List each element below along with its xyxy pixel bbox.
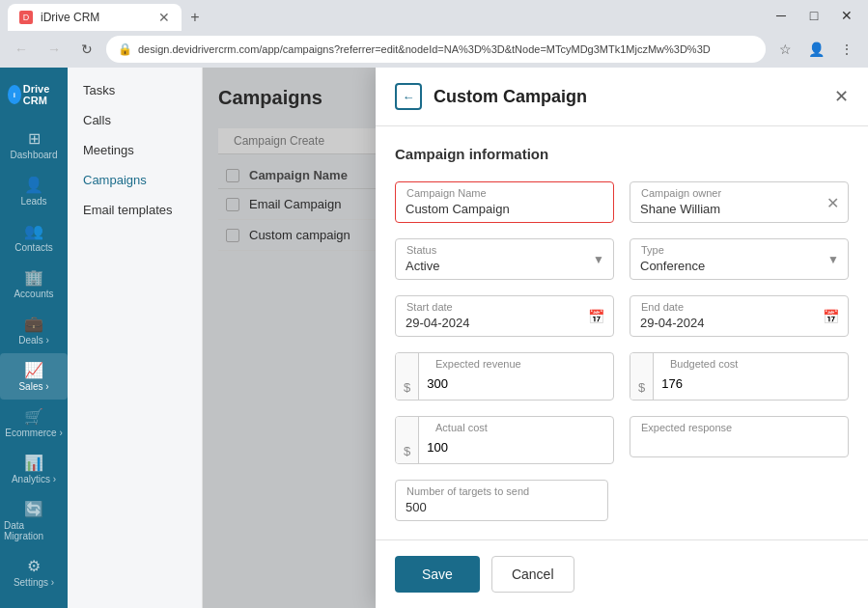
- address-bar[interactable]: 🔒 design.devidrivercrm.com/app/campaigns…: [106, 36, 766, 63]
- budgeted-cost-field: Budgeted cost $: [630, 352, 849, 401]
- sidebar-item-data-migration[interactable]: 🔄 Data Migration: [0, 492, 68, 549]
- start-date-calendar-icon[interactable]: 📅: [588, 309, 604, 324]
- sidebar-item-accounts[interactable]: 🏢 Accounts: [0, 261, 68, 307]
- form-row-status-type: Status Active Inactive Planned Complete …: [395, 238, 849, 280]
- sidebar-label-sales: Sales ›: [18, 381, 48, 392]
- leads-icon: 👤: [24, 176, 43, 194]
- modal-footer: Save Cancel: [376, 539, 868, 608]
- form-row-dates: Start date 📅 End date 📅: [395, 295, 849, 337]
- window-controls: ─ □ ✕: [768, 2, 860, 29]
- tab-close-icon[interactable]: ✕: [158, 10, 170, 25]
- type-field: Type Conference Webinar Email Banner Ads…: [630, 238, 849, 280]
- expected-revenue-label: Expected revenue: [434, 358, 523, 370]
- sidebar-label-ecommerce: Ecommerce ›: [5, 428, 62, 438]
- actual-cost-field: Actual cost $: [395, 416, 614, 464]
- lock-icon: 🔒: [118, 42, 132, 56]
- modal-close-button[interactable]: ✕: [834, 86, 849, 107]
- sidebar-label-contacts: Contacts: [14, 242, 52, 253]
- ecommerce-icon: 🛒: [24, 407, 43, 426]
- modal-back-button[interactable]: ←: [395, 83, 422, 110]
- campaign-info-section-title: Campaign information: [395, 146, 849, 162]
- new-tab-button[interactable]: +: [182, 4, 209, 31]
- expected-revenue-prefix: $: [396, 352, 419, 401]
- form-row-actual-response: Actual cost $ Expected response: [395, 416, 849, 464]
- sidebar-item-contacts[interactable]: 👥 Contacts: [0, 214, 68, 261]
- browser-chrome: D iDrive CRM ✕ + ─ □ ✕ ← → ↻ 🔒 design.de…: [0, 0, 868, 68]
- sidebar-item-meetings[interactable]: Meetings: [68, 135, 202, 165]
- browser-titlebar: D iDrive CRM ✕ + ─ □ ✕: [0, 0, 868, 31]
- modal-body: Campaign information Campaign Name Campa…: [376, 126, 868, 539]
- actual-cost-input-wrapper: $: [395, 416, 614, 464]
- url-display: design.devidrivercrm.com/app/campaigns?r…: [138, 43, 754, 55]
- sidebar-item-settings[interactable]: ⚙ Settings ›: [0, 549, 68, 595]
- sidebar-item-email-templates[interactable]: Email templates: [68, 195, 202, 225]
- campaign-owner-label: Campaign owner: [639, 187, 723, 199]
- sidebar-label-deals: Deals ›: [18, 335, 49, 345]
- sidebar-item-deals[interactable]: 💼 Deals ›: [0, 307, 68, 353]
- forward-button[interactable]: →: [41, 36, 68, 63]
- logo-icon: i: [8, 85, 21, 104]
- logo-brand-text: Drive CRM: [23, 83, 60, 106]
- budgeted-cost-prefix: $: [630, 352, 654, 401]
- save-button[interactable]: Save: [395, 556, 480, 593]
- sidebar-item-calls[interactable]: Calls: [68, 105, 202, 135]
- contacts-icon: 👥: [24, 222, 43, 240]
- bookmark-icon[interactable]: ☆: [771, 36, 798, 63]
- budgeted-cost-label: Budgeted cost: [668, 358, 740, 370]
- clear-owner-icon[interactable]: ✕: [826, 193, 839, 211]
- data-migration-icon: 🔄: [24, 500, 43, 518]
- tab-favicon: D: [19, 11, 33, 24]
- sidebar-item-sales[interactable]: 📈 Sales ›: [0, 353, 68, 400]
- deals-icon: 💼: [24, 315, 43, 333]
- campaign-name-label: Campaign Name: [405, 187, 489, 199]
- status-label: Status: [405, 244, 438, 256]
- end-date-field: End date 📅: [630, 295, 849, 337]
- campaign-owner-field: Campaign owner ✕: [630, 181, 849, 223]
- sidebar-label-dashboard: Dashboard: [11, 150, 58, 160]
- sidebar-item-dashboard[interactable]: ⊞ Dashboard: [0, 122, 68, 168]
- cancel-button[interactable]: Cancel: [491, 556, 574, 593]
- refresh-button[interactable]: ↻: [73, 36, 100, 63]
- sidebar-label-settings: Settings ›: [14, 577, 54, 588]
- sidebar-item-campaigns[interactable]: Campaigns: [68, 165, 202, 195]
- sales-icon: 📈: [24, 361, 43, 379]
- menu-icon[interactable]: ⋮: [833, 36, 860, 63]
- sidebar-label-analytics: Analytics ›: [12, 474, 56, 484]
- minimize-button[interactable]: ─: [768, 2, 795, 29]
- sidebar-item-analytics[interactable]: 📊 Analytics ›: [0, 446, 68, 492]
- modal-title: Custom Campaign: [434, 87, 823, 107]
- modal-header: ← Custom Campaign ✕: [376, 68, 868, 126]
- back-button[interactable]: ←: [8, 36, 35, 63]
- expected-revenue-field: Expected revenue $: [395, 352, 614, 401]
- sidebar-label-leads: Leads: [20, 196, 46, 207]
- maximize-button[interactable]: □: [800, 2, 827, 29]
- browser-tabs: D iDrive CRM ✕ +: [8, 0, 209, 31]
- profile-icon[interactable]: 👤: [802, 36, 829, 63]
- browser-navbar: ← → ↻ 🔒 design.devidrivercrm.com/app/cam…: [0, 31, 868, 68]
- start-date-label: Start date: [405, 301, 455, 313]
- status-field: Status Active Inactive Planned Complete …: [395, 238, 614, 280]
- sidebar-item-leads[interactable]: 👤 Leads: [0, 168, 68, 214]
- active-tab[interactable]: D iDrive CRM ✕: [8, 4, 182, 31]
- dashboard-icon: ⊞: [28, 129, 41, 148]
- start-date-field: Start date 📅: [395, 295, 614, 337]
- secondary-sidebar: Tasks Calls Meetings Campaigns Email tem…: [68, 68, 203, 608]
- end-date-label: End date: [639, 301, 686, 313]
- sidebar-label-data-migration: Data Migration: [4, 520, 64, 541]
- expected-response-field: Expected response: [630, 416, 849, 464]
- app: i Drive CRM ⊞ Dashboard 👤 Leads 👥 Contac…: [0, 68, 868, 608]
- expected-response-label: Expected response: [639, 422, 734, 433]
- navbar-icons: ☆ 👤 ⋮: [771, 36, 860, 63]
- main-content: Campaigns + Create Campaign Campaign Cre…: [203, 68, 868, 608]
- sidebar-item-tasks[interactable]: Tasks: [68, 75, 202, 105]
- close-button[interactable]: ✕: [833, 2, 860, 29]
- campaign-name-field: Campaign Name: [395, 181, 614, 223]
- actual-cost-label: Actual cost: [434, 422, 490, 433]
- form-row-name-owner: Campaign Name Campaign owner ✕: [395, 181, 849, 223]
- sidebar-item-ecommerce[interactable]: 🛒 Ecommerce ›: [0, 400, 68, 446]
- main-sidebar: i Drive CRM ⊞ Dashboard 👤 Leads 👥 Contac…: [0, 68, 68, 608]
- actual-cost-prefix: $: [396, 416, 419, 464]
- modal-overlay: ← Custom Campaign ✕ Campaign information…: [203, 68, 868, 608]
- end-date-calendar-icon[interactable]: 📅: [823, 309, 839, 324]
- type-label: Type: [639, 244, 666, 256]
